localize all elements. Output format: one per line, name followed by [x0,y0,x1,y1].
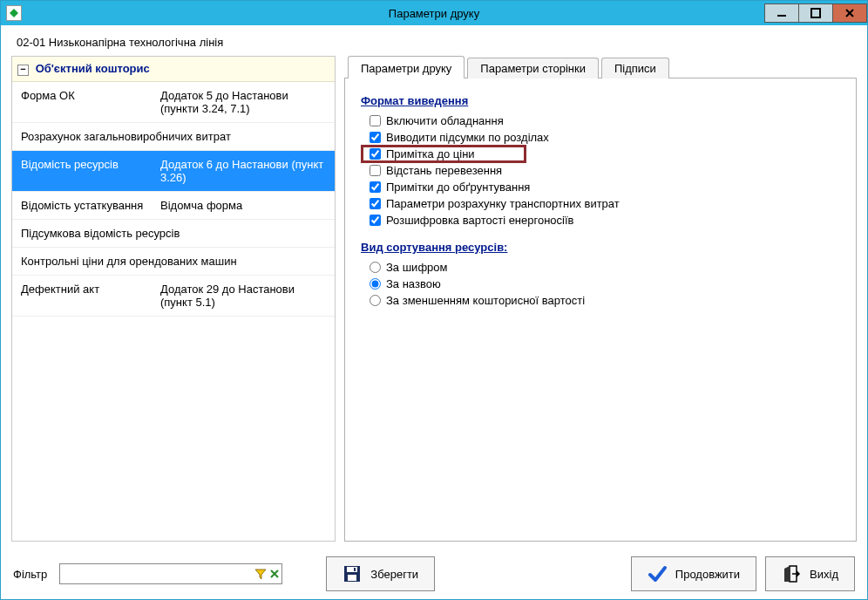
save-icon [342,564,362,583]
exit-button[interactable]: Вихід [765,556,855,591]
continue-label: Продовжити [675,568,740,581]
save-button[interactable]: Зберегти [326,556,435,591]
list-item[interactable]: Підсумкова відомість ресурсів [12,220,335,248]
checkbox-label: Включити обладнання [386,114,504,127]
checkbox-label: Відстань перевезення [386,164,502,177]
radio-label: За шифром [386,261,447,274]
forms-list[interactable]: Об'єктний кошторис Форма ОКДодаток 5 до … [11,56,336,542]
checkbox-row: Виводити підсумки по розділах [361,129,840,146]
checkbox-label: Параметри розрахунку транспортних витрат [386,197,620,210]
list-item-name: Підсумкова відомість ресурсів [21,227,326,240]
tab[interactable]: Підписи [601,58,669,78]
exit-icon [782,564,801,583]
titlebar: Параметри друку [1,1,867,25]
list-item-name: Відомість устаткування [21,199,160,212]
tab[interactable]: Параметри сторінки [467,58,599,78]
print-params-window: Параметри друку 02-01 Низьконапірна техн… [0,0,868,600]
tabs: Параметри друкуПараметри сторінкиПідписи [344,56,857,78]
continue-button[interactable]: Продовжити [631,556,756,591]
checkbox-row: Примітка до ціни [361,145,526,163]
checkbox-row: Примітки до обґрунтування [361,179,840,195]
window-title: Параметри друку [389,7,479,20]
group-header[interactable]: Об'єктний кошторис [12,57,335,82]
list-item-name: Відомість ресурсів [21,158,160,184]
checkbox[interactable] [370,115,381,126]
checkbox-row: Розшифровка вартості енергоносіїв [361,212,840,228]
radio-row: За шифром [361,259,840,276]
radio[interactable] [370,278,381,290]
section-sort-type: Вид сортування ресурсів: [361,241,840,254]
radio[interactable] [370,295,381,306]
checkbox-label: Примітки до обґрунтування [386,181,530,194]
section-output-format: Формат виведення [361,94,840,107]
checkbox-label: Примітка до ціни [386,147,475,160]
checkbox-label: Розшифровка вартості енергоносіїв [386,214,574,227]
save-label: Зберегти [370,568,418,581]
filter-label: Фільтр [13,568,47,581]
check-icon [648,564,667,583]
radio-label: За зменшенням кошторисної вартості [386,294,585,307]
radio-row: За зменшенням кошторисної вартості [361,292,840,309]
list-item-desc: Додаток 29 до Настанови (пункт 5.1) [160,283,326,309]
page-subtitle: 02-01 Низьконапірна технологічна лінія [1,25,867,56]
list-item[interactable]: Форма ОКДодаток 5 до Настанови (пункти 3… [12,82,335,123]
radio-label: За назвою [386,277,441,290]
checkbox-row: Параметри розрахунку транспортних витрат [361,195,840,212]
checkbox[interactable] [370,198,381,209]
list-item[interactable]: Дефектний актДодаток 29 до Настанови (пу… [12,276,335,317]
checkbox[interactable] [370,165,381,176]
list-item-desc: Додаток 5 до Настанови (пункти 3.24, 7.1… [160,89,326,115]
list-item-name: Дефектний акт [21,283,160,309]
checkbox[interactable] [370,132,381,143]
filter-input[interactable] [59,563,282,584]
minimize-button[interactable] [764,3,799,23]
window-buttons [765,3,867,23]
list-item-name: Форма ОК [21,89,160,115]
checkbox[interactable] [370,148,381,160]
svg-rect-5 [354,568,356,571]
list-item-name: Контрольні ціни для орендованих машин [21,255,326,268]
list-item[interactable]: Розрахунок загальновиробничих витрат [12,123,335,151]
content: Об'єктний кошторис Форма ОКДодаток 5 до … [1,56,867,549]
svg-rect-4 [348,575,356,581]
list-item-desc: Відомча форма [160,199,326,212]
radio[interactable] [370,262,381,273]
svg-rect-1 [811,9,820,17]
maximize-button[interactable] [798,3,833,23]
list-item[interactable]: Відомість ресурсівДодаток 6 до Настанови… [12,151,335,192]
checkbox[interactable] [370,215,381,226]
exit-label: Вихід [810,568,838,581]
svg-rect-0 [777,15,786,17]
list-item[interactable]: Відомість устаткуванняВідомча форма [12,192,335,220]
close-button[interactable] [832,3,867,23]
list-item-name: Розрахунок загальновиробничих витрат [21,130,326,143]
list-item-desc: Додаток 6 до Настанови (пункт 3.26) [160,158,326,184]
app-icon [6,5,22,21]
radio-row: За назвою [361,276,840,292]
tab-print-params: Формат виведення Включити обладнанняВиво… [344,78,857,542]
group-title: Об'єктний кошторис [36,62,150,75]
tab[interactable]: Параметри друку [348,56,465,78]
right-panel: Параметри друкуПараметри сторінкиПідписи… [344,56,857,542]
footer: Фільтр Зберегти Продовжи [1,549,867,599]
checkbox-label: Виводити підсумки по розділах [386,131,549,144]
filter-box [59,563,282,584]
svg-rect-3 [347,567,357,572]
checkbox-row: Відстань перевезення [361,162,840,179]
checkbox-row: Включити обладнання [361,112,840,129]
checkbox[interactable] [370,181,381,193]
list-item[interactable]: Контрольні ціни для орендованих машин [12,248,335,276]
